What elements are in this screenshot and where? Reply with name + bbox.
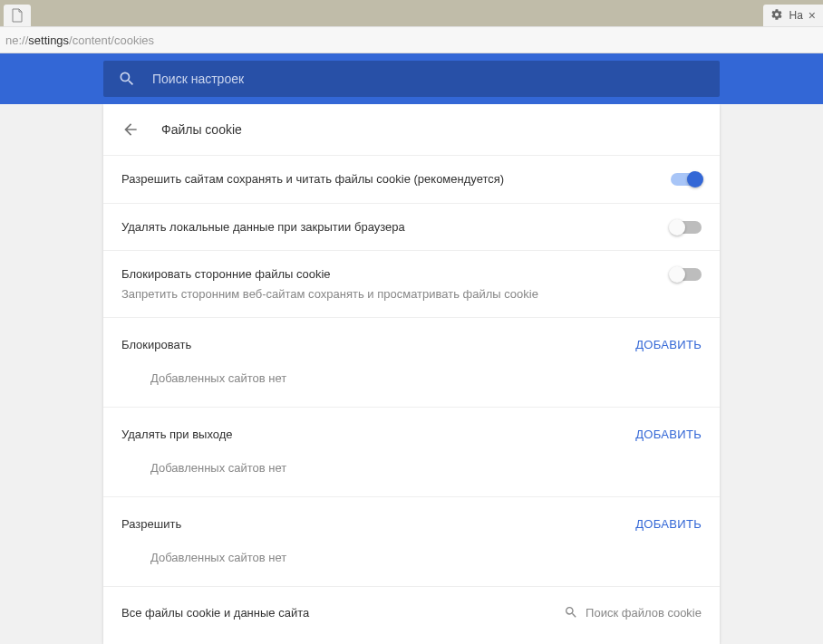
page-title: Файлы cookie xyxy=(161,122,242,137)
add-button[interactable]: ДОБАВИТЬ xyxy=(635,428,702,441)
cookie-search-placeholder: Поиск файлов cookie xyxy=(586,606,702,620)
add-button[interactable]: ДОБАВИТЬ xyxy=(635,338,702,351)
file-icon xyxy=(11,8,24,23)
toggle-delete-on-close[interactable] xyxy=(671,221,702,234)
section-title: Блокировать xyxy=(121,338,191,351)
back-button[interactable] xyxy=(121,120,140,139)
page-body: Файлы cookie Разрешить сайтам сохранять … xyxy=(0,104,823,644)
browser-tab-settings[interactable]: На × xyxy=(763,5,823,26)
all-cookies-label: Все файлы cookie и данные сайта xyxy=(121,606,309,620)
setting-allow-cookies[interactable]: Разрешить сайтам сохранять и читать файл… xyxy=(103,155,720,203)
search-icon xyxy=(118,70,136,88)
section-title: Разрешить xyxy=(121,517,181,531)
add-button[interactable]: ДОБАВИТЬ xyxy=(635,517,702,531)
empty-message: Добавленных сайтов нет xyxy=(103,540,720,586)
empty-message: Добавленных сайтов нет xyxy=(103,360,720,407)
section-title: Удалять при выходе xyxy=(121,428,233,441)
empty-message: Добавленных сайтов нет xyxy=(103,450,720,496)
settings-search-input[interactable] xyxy=(152,72,705,86)
setting-label: Удалять локальные данные при закрытии бр… xyxy=(121,218,653,236)
arrow-left-icon xyxy=(121,120,140,139)
setting-delete-on-close[interactable]: Удалять локальные данные при закрытии бр… xyxy=(103,203,720,251)
setting-sublabel: Запретить сторонним веб-сайтам сохранять… xyxy=(121,285,653,303)
settings-header xyxy=(0,53,823,104)
cookie-search[interactable]: Поиск файлов cookie xyxy=(564,605,702,620)
url-prefix: ne:// xyxy=(5,34,28,47)
section-block: Блокировать ДОБАВИТЬ xyxy=(103,317,720,360)
card-header: Файлы cookie xyxy=(103,104,720,155)
close-icon[interactable]: × xyxy=(808,8,816,23)
url-path: /content/cookies xyxy=(69,34,154,47)
search-icon xyxy=(564,605,578,620)
tab-label: На xyxy=(789,9,802,22)
section-clear-on-exit: Удалять при выходе ДОБАВИТЬ xyxy=(103,407,720,450)
settings-card: Файлы cookie Разрешить сайтам сохранять … xyxy=(103,104,720,644)
toggle-block-third-party[interactable] xyxy=(671,268,702,281)
settings-search-bar[interactable] xyxy=(103,61,720,97)
browser-tab[interactable] xyxy=(4,5,31,26)
setting-block-third-party[interactable]: Блокировать сторонние файлы cookie Запре… xyxy=(103,250,720,317)
tab-strip: На × xyxy=(0,0,823,26)
url-bar[interactable]: ne://settings/content/cookies xyxy=(0,26,823,53)
all-cookies-row[interactable]: Все файлы cookie и данные сайта Поиск фа… xyxy=(103,586,720,623)
toggle-allow-cookies[interactable] xyxy=(671,173,702,186)
gear-icon xyxy=(770,8,783,24)
section-allow: Разрешить ДОБАВИТЬ xyxy=(103,496,720,540)
setting-label: Блокировать сторонние файлы cookie xyxy=(121,265,653,284)
setting-label: Разрешить сайтам сохранять и читать файл… xyxy=(121,170,653,188)
url-host: settings xyxy=(28,34,69,47)
